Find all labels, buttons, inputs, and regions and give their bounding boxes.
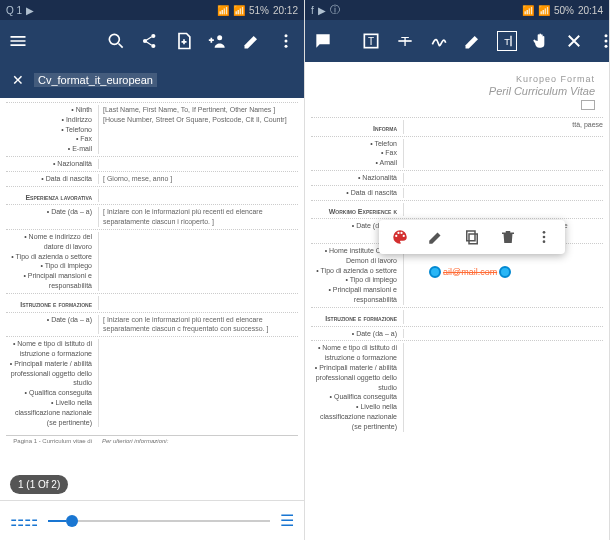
tabbar-left: ✕ Cv_format_it_european — [0, 62, 304, 98]
phone-left: Q 1 ▶ 📶 📶 51% 20:12 ✕ Cv_format_it_europ… — [0, 0, 305, 540]
svg-point-24 — [543, 240, 546, 243]
row-label: Data di nascita — [6, 174, 92, 184]
section-title: Esperienza lavorativa — [6, 193, 98, 203]
date-label: • Date (da – a) — [6, 207, 98, 227]
pencil-icon[interactable] — [463, 31, 483, 51]
row-label: Amail — [311, 158, 397, 168]
exp-item: Nome e indirizzo del datore di lavoro — [6, 232, 92, 252]
wifi-icon: 📶 — [217, 5, 229, 16]
edu-item: Nome e tipo di istituto di istruzione o … — [311, 343, 397, 363]
edu-item: Livello nella classificazione nazionale … — [6, 398, 92, 427]
flag-icon — [581, 100, 595, 110]
statusbar-left: Q 1 ▶ 📶 📶 51% 20:12 — [0, 0, 304, 20]
more-icon[interactable] — [597, 31, 610, 51]
svg-point-17 — [605, 34, 608, 37]
page-slider[interactable] — [48, 520, 270, 522]
svg-point-7 — [217, 35, 222, 40]
exp-item: Tipo di azienda o settore — [311, 266, 397, 276]
copy-icon[interactable] — [463, 228, 481, 246]
more-popup-icon[interactable] — [535, 228, 553, 246]
hand-icon[interactable] — [531, 31, 551, 51]
wifi-icon: 📶 — [522, 5, 534, 16]
svg-point-3 — [151, 34, 155, 38]
edu-item: Qualifica conseguita — [311, 392, 397, 402]
strikethrough-icon[interactable]: T — [395, 31, 415, 51]
footer-right: Per ulteriori informazioni: — [98, 438, 298, 444]
svg-text:T: T — [368, 36, 374, 47]
info-suffix: ttà, paese — [403, 120, 603, 134]
play-icon: ▶ — [318, 5, 326, 16]
info-title: Informa — [311, 124, 403, 134]
section-title: Istruzione e formazione — [6, 300, 98, 310]
svg-line-5 — [146, 37, 151, 40]
share-icon[interactable] — [140, 31, 160, 51]
battery-text: 50% — [554, 5, 574, 16]
close-icon[interactable] — [565, 31, 583, 51]
time-text: 20:14 — [578, 5, 603, 16]
edit-icon[interactable] — [242, 31, 262, 51]
edu-item: Nome e tipo di istituto di istruzione o … — [6, 339, 92, 359]
context-popup — [379, 220, 565, 254]
signal-icon: 📶 — [233, 5, 245, 16]
svg-line-1 — [119, 44, 123, 48]
fb-icon: f — [311, 5, 314, 16]
row-label: E-mail — [6, 144, 92, 154]
row-label: Telefon — [311, 139, 397, 149]
exp-item: Principali mansioni e responsabilità — [311, 285, 397, 305]
doc-header: Kuropeo Format Peril Curriculum Vitae — [311, 74, 603, 113]
delete-icon[interactable] — [499, 228, 517, 246]
row-label: Data di nascita — [311, 188, 397, 198]
page-add-icon[interactable] — [174, 31, 194, 51]
selection-handle-left[interactable] — [429, 266, 441, 278]
header-line1: Kuropeo Format — [311, 74, 595, 85]
edu-item: Qualifica conseguita — [6, 388, 92, 398]
text-selection[interactable]: ail@mail.com — [429, 266, 511, 278]
document-left[interactable]: Ninth Indirizzo Telefono Fax E-mail [Las… — [0, 98, 304, 500]
menu-icon[interactable] — [8, 31, 28, 51]
list-view-icon[interactable]: ☰ — [280, 511, 294, 530]
svg-text:T: T — [504, 37, 510, 47]
play-icon: ▶ — [26, 5, 34, 16]
exp-item: Tipo di azienda o settore — [6, 252, 92, 262]
row-label: Fax — [311, 148, 397, 158]
addr-line: [House Number, Street Or Square, Postcod… — [103, 115, 298, 125]
svg-point-9 — [285, 40, 288, 43]
document-right[interactable]: Kuropeo Format Peril Curriculum Vitae In… — [305, 62, 609, 540]
toolbar-right: T T T — [305, 20, 609, 62]
edu-item: Principali materie / abilità professiona… — [311, 363, 397, 392]
section-title: Istruzione e formazione — [311, 314, 403, 324]
text-box-icon[interactable]: T — [361, 31, 381, 51]
search-icon[interactable] — [106, 31, 126, 51]
exp-item: Tipo di impiego — [6, 261, 92, 271]
palette-icon[interactable] — [391, 228, 409, 246]
svg-point-8 — [285, 34, 288, 37]
svg-point-18 — [605, 40, 608, 43]
svg-point-22 — [543, 231, 546, 234]
edu-text: Iniziare con le informazioni più recenti… — [98, 315, 298, 335]
text-cursor-icon[interactable]: T — [497, 31, 517, 51]
time-text: 20:12 — [273, 5, 298, 16]
date-label: • Date (da – a) — [311, 329, 403, 339]
header-line2: Peril Curriculum Vitae — [311, 85, 595, 98]
date-label: • Date (da – a) — [6, 315, 98, 335]
close-tab-icon[interactable]: ✕ — [12, 72, 24, 88]
svg-line-6 — [146, 42, 151, 45]
tab-title[interactable]: Cv_format_it_european — [34, 73, 157, 87]
exp-item: Principali mansioni e responsabilità — [6, 271, 92, 291]
grid-view-icon[interactable]: ⚏⚏ — [10, 511, 38, 530]
footer-left: Pagina 1 - Curriculum vitae di — [6, 438, 98, 444]
signature-icon[interactable] — [429, 31, 449, 51]
edit-popup-icon[interactable] — [427, 228, 445, 246]
person-add-icon[interactable] — [208, 31, 228, 51]
svg-point-19 — [605, 45, 608, 48]
row-label: Ninth — [6, 105, 92, 115]
row-label: Nazionalità — [6, 159, 92, 169]
exp-item: Tipo di impiego — [311, 275, 397, 285]
row-label: Nazionalità — [311, 173, 397, 183]
selection-handle-right[interactable] — [499, 266, 511, 278]
info-icon: ⓘ — [330, 3, 340, 17]
more-icon[interactable] — [276, 31, 296, 51]
exp-text: Iniziare con le informazioni più recenti… — [98, 207, 298, 227]
comment-icon[interactable] — [313, 31, 333, 51]
selected-text[interactable]: ail@mail.com — [443, 267, 497, 277]
